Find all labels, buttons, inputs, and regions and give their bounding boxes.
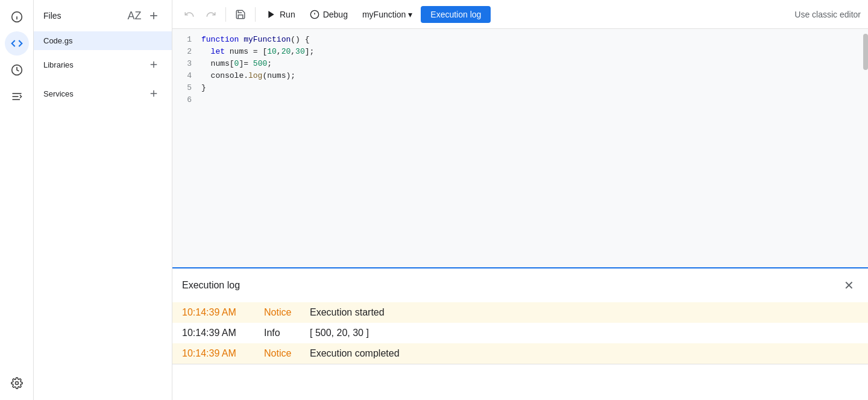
code-editor[interactable]: 1function myFunction() {2 let nums = [10… — [172, 29, 868, 267]
line-content[interactable]: nums[0]= 500; — [201, 58, 868, 70]
line-number: 2 — [172, 46, 201, 58]
line-content[interactable]: console.log(nums); — [201, 70, 868, 82]
toolbar-divider-2 — [255, 7, 256, 22]
execution-log-label: Execution log — [430, 10, 481, 19]
debug-label: Debug — [323, 10, 348, 19]
log-timestamp: 10:14:39 AM — [182, 328, 254, 338]
libraries-label: Libraries — [43, 60, 74, 69]
log-row: 10:14:39 AMNoticeExecution completed — [172, 343, 868, 364]
log-timestamp: 10:14:39 AM — [182, 348, 254, 359]
line-content[interactable]: function myFunction() { — [201, 34, 868, 46]
info-icon-btn[interactable] — [5, 5, 29, 29]
services-label: Services — [43, 89, 74, 98]
add-file-button[interactable] — [145, 7, 162, 24]
files-header-actions: AZ — [126, 7, 162, 24]
log-message: Execution completed — [310, 348, 858, 359]
use-classic-editor-button[interactable]: Use classic editor — [794, 10, 861, 19]
files-header: Files AZ — [34, 0, 172, 31]
line-number: 3 — [172, 58, 201, 70]
undo-button[interactable] — [180, 5, 199, 24]
line-number: 5 — [172, 82, 201, 94]
line-number: 4 — [172, 70, 201, 82]
execution-log-header: Execution log ✕ — [172, 268, 868, 302]
line-content[interactable]: let nums = [10,20,30]; — [201, 46, 868, 58]
redo-button[interactable] — [201, 5, 221, 24]
line-number: 6 — [172, 94, 201, 106]
run-label: Run — [280, 10, 295, 19]
settings-icon-btn[interactable] — [5, 371, 29, 395]
save-button[interactable] — [231, 5, 250, 24]
line-number: 1 — [172, 34, 201, 46]
code-gs-label: Code.gs — [43, 36, 72, 45]
libraries-section[interactable]: Libraries — [34, 50, 172, 79]
code-line: 4 console.log(nums); — [172, 70, 868, 82]
code-line: 2 let nums = [10,20,30]; — [172, 46, 868, 58]
log-row: 10:14:39 AMNoticeExecution started — [172, 302, 868, 323]
main-area: Run Debug myFunction ▾ Execution log Use… — [172, 0, 868, 400]
function-name: myFunction — [362, 10, 406, 19]
dropdown-icon: ▾ — [408, 10, 412, 19]
code-line: 5} — [172, 82, 868, 94]
sidebar: Files AZ Code.gs Libraries Services — [34, 0, 172, 400]
bottom-empty-area — [172, 364, 868, 400]
files-label: Files — [43, 11, 61, 21]
function-selector[interactable]: myFunction ▾ — [356, 6, 418, 23]
toolbar: Run Debug myFunction ▾ Execution log Use… — [172, 0, 868, 29]
code-line: 1function myFunction() { — [172, 34, 868, 46]
debug-button[interactable]: Debug — [304, 6, 354, 23]
clock-icon-btn[interactable] — [5, 58, 29, 82]
log-level: Info — [264, 328, 300, 338]
log-message: Execution started — [310, 307, 858, 318]
line-content[interactable]: } — [201, 82, 868, 94]
execution-log-panel: Execution log ✕ 10:14:39 AMNoticeExecuti… — [172, 267, 868, 364]
code-gs-file[interactable]: Code.gs — [34, 31, 172, 50]
icon-bar — [0, 0, 34, 400]
editor-scrollbar[interactable] — [863, 34, 868, 70]
add-service-button[interactable] — [145, 85, 162, 102]
log-row: 10:14:39 AMInfo[ 500, 20, 30 ] — [172, 323, 868, 343]
execution-log-rows: 10:14:39 AMNoticeExecution started10:14:… — [172, 302, 868, 364]
log-timestamp: 10:14:39 AM — [182, 307, 254, 318]
execution-log-button[interactable]: Execution log — [421, 6, 491, 23]
execution-log-close-button[interactable]: ✕ — [839, 276, 858, 295]
svg-point-7 — [15, 382, 18, 385]
use-classic-label: Use classic editor — [794, 10, 861, 19]
code-line: 3 nums[0]= 500; — [172, 58, 868, 70]
run-button[interactable]: Run — [260, 6, 301, 23]
svg-marker-14 — [268, 11, 274, 18]
editor-area: 1function myFunction() {2 let nums = [10… — [172, 29, 868, 400]
log-level: Notice — [264, 348, 300, 359]
sort-files-button[interactable]: AZ — [126, 7, 143, 24]
log-message: [ 500, 20, 30 ] — [310, 328, 858, 338]
add-library-button[interactable] — [145, 56, 162, 73]
execution-log-title: Execution log — [182, 280, 240, 291]
code-line: 6 — [172, 94, 868, 106]
toolbar-divider-1 — [225, 7, 226, 22]
services-section[interactable]: Services — [34, 79, 172, 108]
code-icon-btn[interactable] — [5, 31, 29, 56]
log-level: Notice — [264, 307, 300, 318]
executions-icon-btn[interactable] — [5, 84, 29, 109]
close-icon: ✕ — [844, 278, 854, 293]
